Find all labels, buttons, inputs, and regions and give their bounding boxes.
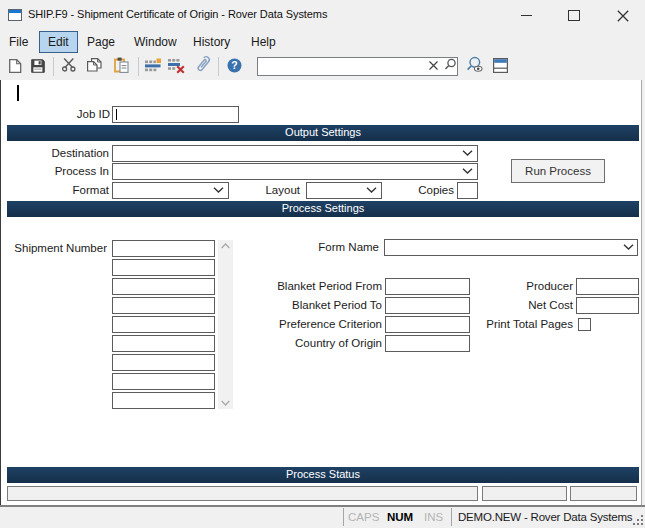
svg-text:?: ?	[231, 59, 237, 71]
